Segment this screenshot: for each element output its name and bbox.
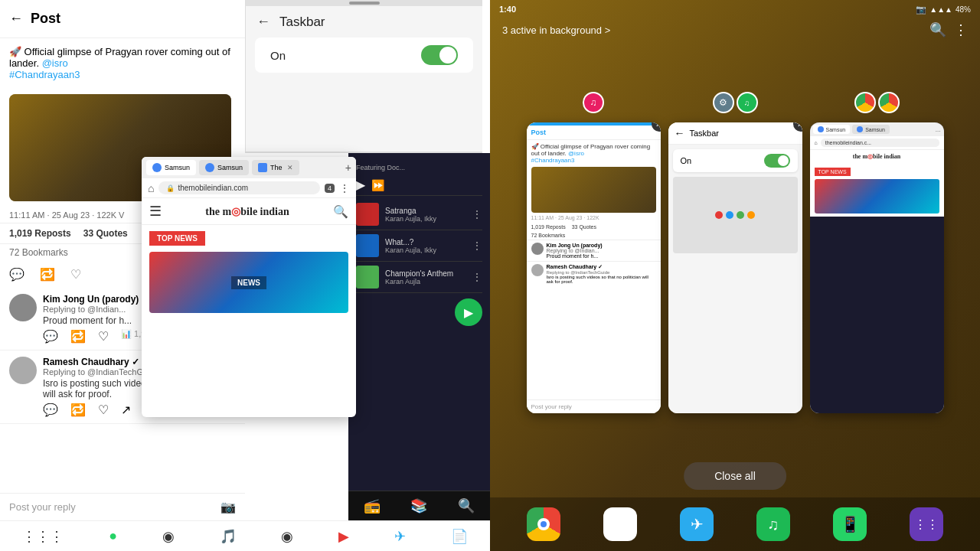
dock-gmail[interactable]: M — [603, 507, 637, 541]
bc-tab-label-2: Samsun — [865, 127, 885, 132]
search-nav-icon[interactable]: 🔍 — [458, 497, 475, 514]
taskbar-card-content: ← Taskbar On — [668, 122, 802, 413]
menu-icon[interactable]: ☰ — [149, 203, 162, 220]
r2-repost[interactable]: 🔁 — [70, 403, 86, 417]
taskbar-toggle[interactable] — [421, 45, 458, 65]
bg-apps-label[interactable]: 3 active in background > — [502, 24, 610, 36]
song-thumb-champion — [356, 266, 379, 289]
camera-icon-right: 📷 — [916, 5, 926, 15]
dock-spotify[interactable]: ♫ — [756, 507, 790, 541]
taskbar-card-back[interactable]: ← — [675, 127, 685, 139]
browser-tab-3[interactable]: The ✕ — [252, 160, 299, 175]
close-all-button[interactable]: Close all — [684, 462, 786, 490]
dock-telegram[interactable]: ✈ — [680, 507, 714, 541]
left-panel: 1:40 📷 ▲▲▲ 48% ← Post 🚀 Official glimpse… — [0, 0, 490, 551]
docs-nav-icon[interactable]: 📄 — [451, 528, 468, 545]
twitter-card[interactable]: ✕ Post 🚀 Official glimpse of Pragyan rov… — [527, 122, 661, 413]
song-more-1[interactable]: ⋮ — [472, 208, 482, 220]
taskbar-settings-card[interactable]: ✕ ← Taskbar On — [668, 122, 802, 413]
music-item-1: Satranga Karan Aujla, Ikky ⋮ — [356, 199, 482, 230]
reply-action-repost[interactable]: 🔁 — [70, 329, 86, 344]
taskbar-card-header: ← Taskbar — [668, 122, 802, 145]
search-icon[interactable]: 🔍 — [333, 204, 348, 219]
apps-grid-icon[interactable]: ⋮⋮⋮ — [22, 528, 64, 545]
browser-card-tab-2[interactable]: Samsun — [852, 125, 890, 134]
card-avatar-1 — [531, 243, 544, 255]
google-favicon-2 — [205, 163, 214, 172]
top-news-label: TOP NEWS — [149, 231, 205, 246]
fast-forward-icon[interactable]: ⏩ — [371, 179, 384, 191]
reply-action-like[interactable]: ♡ — [98, 329, 109, 344]
chandrayaan-hashtag[interactable]: #Chandrayaan3 — [9, 69, 80, 80]
play-icon-music[interactable]: ▶ — [356, 178, 365, 192]
tab-count[interactable]: 4 — [325, 184, 335, 193]
browser-tab-1[interactable]: Samsun — [146, 160, 196, 175]
browser-nav-icon[interactable]: ◉ — [162, 528, 175, 545]
library-nav-icon[interactable]: 📚 — [410, 497, 427, 514]
bc-url: themobileindian.c... — [821, 139, 939, 147]
contacts-icon[interactable]: ● — [109, 528, 117, 544]
telegram-nav-icon[interactable]: ✈ — [394, 528, 406, 545]
r2-comment[interactable]: 💬 — [43, 403, 58, 417]
browser-tab-2[interactable]: Samsun — [199, 160, 249, 175]
card-avatar-2 — [531, 264, 544, 276]
chrome-nav-icon[interactable]: ◉ — [281, 528, 293, 545]
reply-icon[interactable]: 💬 — [9, 267, 24, 282]
reply-placeholder[interactable]: Post your reply — [9, 501, 76, 513]
whatsapp-icon: 📱 — [841, 515, 860, 533]
browser-app-card[interactable]: Samsun Samsun ... ⌂ themobileindian.c... — [810, 122, 944, 413]
song-more-2[interactable]: ⋮ — [472, 240, 482, 252]
drag-handle-bar — [349, 2, 380, 5]
dock-chrome[interactable] — [527, 507, 560, 541]
post-label-card: Post — [531, 129, 547, 136]
post-header: ← Post — [0, 0, 245, 38]
bc-home-icon[interactable]: ⌂ — [815, 140, 818, 145]
post-title: Post — [31, 11, 60, 27]
post-content: 🚀 Official glimpse of Pragyan rover comi… — [0, 38, 245, 88]
r2-like[interactable]: ♡ — [98, 403, 109, 417]
card-reply-bar[interactable]: Post your reply — [527, 399, 661, 413]
card-post-text: 🚀 Official glimpse of Pragyan rover comi… — [527, 140, 661, 167]
taskbar-card-toggle[interactable] — [764, 154, 790, 168]
signal-right: ▲▲▲ — [929, 5, 952, 14]
dock-whatsapp[interactable]: 📱 — [833, 507, 867, 541]
r2-share[interactable]: ↗ — [121, 403, 131, 417]
repost-icon[interactable]: 🔁 — [40, 267, 55, 282]
more-options-icon[interactable]: ⋮ — [339, 182, 350, 194]
status-bar-right: 1:40 📷 ▲▲▲ 48% — [490, 0, 980, 18]
youtube-nav-icon[interactable]: ▶ — [338, 528, 349, 545]
song-more-champion[interactable]: ⋮ — [472, 271, 482, 283]
isro-handle[interactable]: @isro — [42, 57, 68, 69]
chrome-app-icon-2 — [878, 92, 900, 113]
music-nav-icon-bottom[interactable]: 🎵 — [220, 528, 237, 545]
home-icon[interactable]: ⌂ — [148, 182, 154, 194]
tab-close-icon[interactable]: ✕ — [287, 164, 293, 171]
news-image: NEWS — [149, 252, 348, 313]
settings-app-icon: ⚙ — [713, 92, 734, 113]
reposts-stat: 1,019 Reposts — [9, 228, 71, 239]
search-icon-right[interactable]: 🔍 — [929, 21, 946, 38]
radio-nav-icon[interactable]: 📻 — [364, 497, 381, 514]
like-icon[interactable]: ♡ — [70, 267, 81, 282]
back-arrow-icon[interactable]: ← — [9, 11, 23, 27]
bc-news-image — [815, 179, 939, 214]
card-reply-name-1: Kim Jong Un (parody) — [547, 243, 656, 248]
browser-card-tab-1[interactable]: Samsun — [813, 125, 851, 134]
address-box[interactable]: 🔒 themobileindian.com — [158, 181, 320, 194]
dock-more[interactable]: ⋮⋮ — [910, 507, 943, 541]
song-title-1: Satranga — [385, 207, 472, 215]
card-reply-handle-1: Replying to @Indian... — [547, 248, 656, 253]
music-play-button[interactable]: ▶ — [455, 298, 482, 326]
more-icon-right[interactable]: ⋮ — [954, 21, 968, 38]
news-label: NEWS — [231, 276, 266, 289]
bc-tab-label-1: Samsun — [826, 127, 846, 132]
tab-add-button[interactable]: + — [345, 161, 351, 174]
taskbar-back-icon[interactable]: ← — [256, 14, 270, 30]
bc-tab-partial: ... — [936, 126, 941, 133]
reply-camera-icon[interactable]: 📷 — [220, 500, 236, 514]
reply-action-comment[interactable]: 💬 — [43, 329, 58, 344]
url-text: themobileindian.com — [178, 184, 248, 192]
song-info-2: What...? Karan Aujla, Ikky — [385, 238, 472, 254]
bc-logo: the m◎bile indian — [815, 153, 939, 160]
song-artist-2: Karan Aujla, Ikky — [385, 246, 472, 254]
